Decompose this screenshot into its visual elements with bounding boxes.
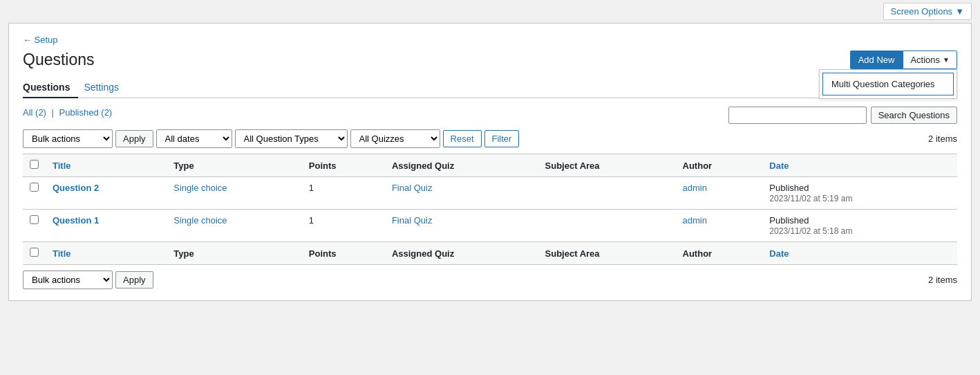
search-questions-button[interactable]: Search Questions — [871, 107, 957, 124]
row-title-link-q1[interactable]: Question 1 — [53, 215, 99, 226]
subject-area-column-header: Subject Area — [538, 154, 676, 177]
row-date-status-q1: Published — [769, 215, 809, 226]
count-separator: | — [52, 107, 54, 118]
row-points-cell: 1 — [302, 210, 385, 242]
title-column-header[interactable]: Title — [46, 154, 167, 177]
table-row: Question 1 Single choice 1 Final Quiz ad… — [23, 210, 957, 242]
row-subject-cell — [538, 177, 676, 210]
header-actions: Add New Actions ▼ Multi Question Categor… — [850, 51, 957, 69]
screen-options-chevron: ▼ — [955, 6, 964, 17]
top-filters-row: All (2) | Published (2) Search Questions — [23, 107, 957, 124]
row-checkbox-q1[interactable] — [30, 215, 39, 224]
reset-button[interactable]: Reset — [443, 130, 482, 147]
multi-question-categories-item[interactable]: Multi Question Categories — [822, 73, 954, 95]
row-title-link-q2[interactable]: Question 2 — [53, 183, 99, 193]
select-all-header — [23, 154, 46, 177]
filter-button[interactable]: Filter — [484, 130, 520, 147]
row-checkbox-q2[interactable] — [30, 183, 39, 192]
select-all-footer — [23, 242, 46, 265]
apply-button-bottom[interactable]: Apply — [115, 271, 153, 289]
setup-link[interactable]: ← Setup — [23, 35, 58, 45]
row-author-link-q1[interactable]: admin — [683, 215, 707, 226]
date-column-footer[interactable]: Date — [762, 242, 957, 265]
tabs-bar: Questions Settings — [23, 77, 957, 98]
items-count-top: 2 items — [928, 134, 957, 144]
apply-button-top[interactable]: Apply — [115, 130, 153, 147]
actions-chevron: ▼ — [943, 56, 950, 64]
type-column-footer: Type — [167, 242, 302, 265]
row-date-status-q2: Published — [769, 183, 809, 193]
author-column-header: Author — [676, 154, 763, 177]
row-title-cell: Question 1 — [46, 210, 167, 242]
add-new-button[interactable]: Add New — [850, 51, 903, 69]
tab-settings[interactable]: Settings — [84, 77, 127, 98]
questions-table: Title Type Points Assigned Quiz Subject … — [23, 154, 957, 265]
search-area: Search Questions — [728, 107, 957, 124]
bottom-bar: Bulk actions Apply 2 items — [23, 271, 957, 289]
items-count-bottom: 2 items — [928, 275, 957, 285]
page-header: Questions Add New Actions ▼ Multi Questi… — [23, 51, 957, 69]
type-column-header: Type — [167, 154, 302, 177]
bulk-actions-bottom: Bulk actions Apply — [23, 271, 153, 289]
tab-questions[interactable]: Questions — [23, 77, 78, 98]
row-date-cell: Published 2023/11/02 at 5:19 am — [762, 177, 957, 210]
select-all-checkbox[interactable] — [30, 160, 39, 169]
row-checkbox-cell — [23, 177, 46, 210]
question-types-select[interactable]: All Question Types — [235, 129, 348, 148]
row-points-cell: 1 — [302, 177, 385, 210]
title-column-footer[interactable]: Title — [46, 242, 167, 265]
assigned-quiz-column-footer: Assigned Quiz — [385, 242, 538, 265]
row-type-cell: Single choice — [167, 210, 302, 242]
bulk-actions-select-bottom[interactable]: Bulk actions — [23, 271, 113, 289]
row-type-cell: Single choice — [167, 177, 302, 210]
all-count-link[interactable]: All (2) — [23, 107, 46, 118]
points-column-footer: Points — [302, 242, 385, 265]
bulk-actions-top-row: Bulk actions Apply All dates All Questio… — [23, 129, 957, 148]
date-column-header[interactable]: Date — [762, 154, 957, 177]
count-links: All (2) | Published (2) — [23, 107, 112, 118]
row-quiz-link-q2[interactable]: Final Quiz — [392, 183, 433, 193]
row-quiz-cell: Final Quiz — [385, 210, 538, 242]
row-date-value-q1: 2023/11/02 at 5:18 am — [769, 226, 852, 236]
row-type-link-q2[interactable]: Single choice — [173, 183, 227, 193]
row-quiz-link-q1[interactable]: Final Quiz — [392, 215, 433, 226]
actions-button[interactable]: Actions ▼ — [903, 51, 957, 69]
row-quiz-cell: Final Quiz — [385, 177, 538, 210]
select-all-checkbox-footer[interactable] — [30, 248, 39, 257]
bulk-actions-select-top[interactable]: Bulk actions — [23, 129, 113, 148]
published-count-link[interactable]: Published (2) — [59, 107, 113, 118]
actions-label: Actions — [910, 55, 940, 65]
row-author-cell: admin — [676, 210, 763, 242]
search-input[interactable] — [728, 107, 867, 124]
table-row: Question 2 Single choice 1 Final Quiz ad… — [23, 177, 957, 210]
row-author-cell: admin — [676, 177, 763, 210]
screen-options-button[interactable]: Screen Options ▼ — [883, 3, 972, 20]
dates-select[interactable]: All dates — [156, 129, 232, 148]
filters-left-top: Bulk actions Apply All dates All Questio… — [23, 129, 519, 148]
actions-dropdown: Multi Question Categories — [819, 69, 957, 99]
quizzes-select[interactable]: All Quizzes — [350, 129, 440, 148]
row-author-link-q2[interactable]: admin — [683, 183, 707, 193]
row-checkbox-cell — [23, 210, 46, 242]
row-title-cell: Question 2 — [46, 177, 167, 210]
author-column-footer: Author — [676, 242, 763, 265]
assigned-quiz-column-header: Assigned Quiz — [385, 154, 538, 177]
page-title: Questions — [23, 51, 95, 69]
points-column-header: Points — [302, 154, 385, 177]
subject-area-column-footer: Subject Area — [538, 242, 676, 265]
row-date-cell: Published 2023/11/02 at 5:18 am — [762, 210, 957, 242]
screen-options-label: Screen Options — [891, 6, 953, 17]
row-date-value-q2: 2023/11/02 at 5:19 am — [769, 194, 852, 203]
row-type-link-q1[interactable]: Single choice — [173, 215, 227, 226]
row-subject-cell — [538, 210, 676, 242]
